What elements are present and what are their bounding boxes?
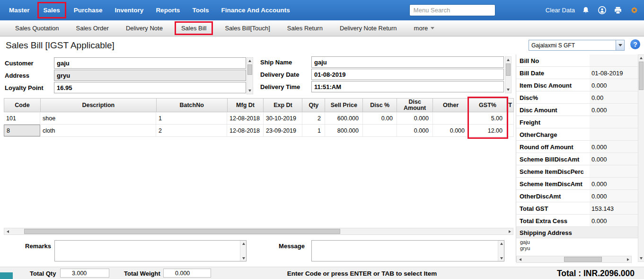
cell-sell-price[interactable]: 600.000	[325, 112, 363, 124]
summary-value[interactable]: 0.000	[590, 141, 638, 153]
summary-value[interactable]: 0.000	[590, 153, 638, 165]
cell-exp-dt[interactable]: 23-09-2019	[264, 125, 302, 136]
submenu-sales-bill[interactable]: Sales Bill	[175, 21, 213, 35]
scroll-down-icon[interactable]	[247, 88, 253, 94]
submenu-delivery-note[interactable]: Delivery Note	[117, 25, 171, 32]
cell-disc-amount[interactable]: 0.000	[397, 125, 433, 136]
summary-panel-vscrollbar[interactable]	[638, 54, 644, 262]
customer-form-scrollbar[interactable]	[247, 57, 253, 94]
summary-value[interactable]: 153.143	[590, 202, 638, 214]
ship-form-scrollbar[interactable]	[505, 56, 512, 93]
cell-disc-pct[interactable]	[363, 125, 397, 136]
message-textarea[interactable]	[312, 241, 498, 261]
nav-item-reports[interactable]: Reports	[150, 7, 186, 14]
scroll-up-icon[interactable]	[505, 57, 511, 63]
scroll-down-icon[interactable]	[638, 255, 644, 261]
summary-value[interactable]: 0.000	[590, 178, 638, 189]
company-select[interactable]: Gajalaxmi S GFT	[529, 40, 625, 51]
scroll-up-icon[interactable]	[638, 55, 644, 61]
company-select-dropdown-button[interactable]	[616, 40, 624, 50]
submenu-delivery-note-return[interactable]: Delivery Note Return	[331, 25, 406, 32]
submenu-sales-bill-touch[interactable]: Sales Bill[Touch]	[216, 25, 278, 32]
scroll-up-icon[interactable]	[240, 241, 247, 246]
cell-description[interactable]: cloth	[40, 125, 156, 136]
headset-icon[interactable]	[597, 5, 607, 16]
scroll-down-icon[interactable]	[498, 255, 504, 261]
summary-value[interactable]: 0.00	[590, 91, 638, 103]
scroll-up-icon[interactable]	[498, 241, 504, 246]
summary-label: Bill No	[516, 54, 590, 66]
cell-qty[interactable]: 2	[302, 112, 325, 124]
message-scrollbar[interactable]	[498, 241, 504, 261]
printer-icon[interactable]	[613, 5, 623, 16]
total-weight-input[interactable]	[163, 269, 211, 278]
scrollbar-thumb[interactable]	[639, 62, 644, 90]
delivery-date-input[interactable]	[311, 69, 504, 80]
cell-code-focused[interactable]: 8	[4, 125, 40, 136]
cell-code[interactable]: 101	[4, 112, 40, 124]
help-icon[interactable]: ?	[630, 39, 640, 49]
submenu-sales-return[interactable]: Sales Return	[279, 25, 331, 32]
cell-other[interactable]: 0.000	[433, 125, 469, 136]
summary-panel-hscrollbar[interactable]	[516, 256, 632, 263]
nav-item-sales[interactable]: Sales	[37, 2, 66, 18]
summary-value[interactable]: 01-08-2019	[590, 67, 638, 79]
scrollbar-thumb[interactable]	[564, 257, 602, 262]
menu-search-input[interactable]	[409, 4, 495, 16]
summary-value[interactable]: 0.000	[590, 190, 638, 202]
summary-value[interactable]: 0.000	[590, 104, 638, 116]
remarks-textarea[interactable]	[55, 241, 240, 261]
cell-mfg-dt[interactable]: 12-08-2018	[227, 112, 264, 124]
summary-value[interactable]	[590, 128, 638, 140]
scroll-left-icon[interactable]	[4, 228, 11, 234]
cell-disc-amount[interactable]: 0.000	[397, 112, 433, 124]
cell-batchno[interactable]: 2	[156, 125, 227, 136]
cell-gst-pct[interactable]: 5.00	[469, 112, 507, 124]
summary-value[interactable]: 0.000	[590, 215, 638, 226]
submenu-sales-order[interactable]: Sales Order	[68, 25, 117, 32]
nav-item-master[interactable]: Master	[3, 7, 36, 14]
nav-item-inventory[interactable]: Inventory	[109, 7, 150, 14]
scrollbar-thumb[interactable]	[24, 229, 340, 234]
scroll-left-icon[interactable]	[517, 256, 523, 262]
scrollbar-thumb[interactable]	[247, 64, 252, 75]
summary-value[interactable]	[590, 54, 638, 66]
cell-exp-dt[interactable]: 30-10-2019	[264, 112, 302, 124]
cell-total[interactable]	[507, 125, 514, 136]
cell-sell-price[interactable]: 800.000	[325, 125, 363, 136]
gear-icon[interactable]	[629, 5, 639, 16]
cell-disc-pct[interactable]: 0.00	[363, 112, 397, 124]
ship-name-input[interactable]	[311, 56, 504, 68]
scroll-right-icon[interactable]	[506, 228, 513, 234]
nav-item-purchase[interactable]: Purchase	[68, 7, 109, 14]
clear-data-button[interactable]: Clear Data	[546, 7, 575, 14]
submenu-sales-quotation[interactable]: Sales Quotation	[7, 25, 68, 32]
remarks-scrollbar[interactable]	[240, 241, 246, 261]
cell-other[interactable]	[433, 112, 469, 124]
nav-item-tools[interactable]: Tools	[186, 7, 215, 14]
cell-gst-pct[interactable]: 12.00	[469, 125, 507, 136]
col-header-sell-price: Sell Price	[325, 99, 363, 112]
scroll-down-icon[interactable]	[505, 87, 511, 93]
submenu-more[interactable]: more	[406, 25, 443, 32]
items-grid-hscrollbar[interactable]	[4, 228, 513, 235]
summary-value[interactable]	[590, 165, 638, 177]
total-qty-input[interactable]	[60, 269, 109, 278]
scroll-right-icon[interactable]	[625, 256, 631, 262]
cell-description[interactable]: shoe	[40, 112, 156, 124]
nav-item-finance-and-accounts[interactable]: Finance And Accounts	[215, 7, 296, 14]
address-input[interactable]	[54, 70, 246, 81]
summary-value[interactable]	[590, 116, 638, 128]
summary-value[interactable]: 0.000	[590, 79, 638, 91]
cell-qty[interactable]: 1	[302, 125, 325, 136]
bell-icon[interactable]	[581, 5, 591, 16]
cell-batchno[interactable]: 1	[156, 112, 227, 124]
cell-mfg-dt[interactable]: 12-08-2018	[227, 125, 264, 136]
scroll-down-icon[interactable]	[240, 255, 247, 261]
cell-total[interactable]	[507, 112, 514, 124]
delivery-time-input[interactable]	[311, 81, 504, 92]
scrollbar-thumb[interactable]	[506, 63, 511, 76]
customer-input[interactable]	[54, 57, 246, 69]
loyalty-point-input[interactable]	[54, 82, 246, 93]
scroll-up-icon[interactable]	[247, 58, 253, 64]
